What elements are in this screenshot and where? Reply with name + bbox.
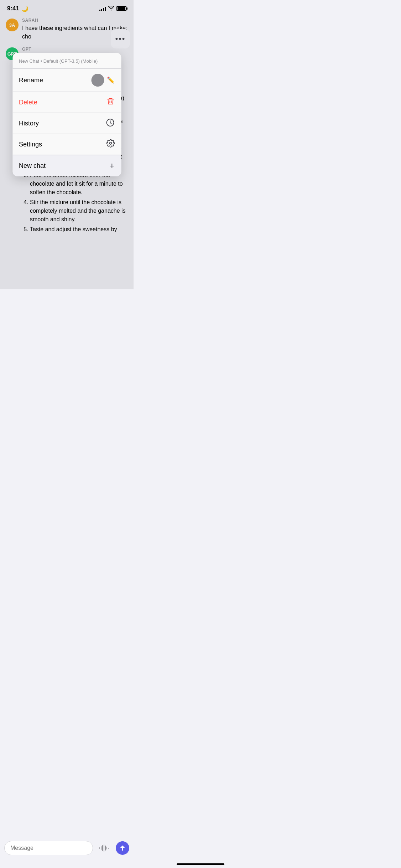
settings-label: Settings — [19, 141, 42, 148]
plus-icon: + — [109, 160, 115, 171]
clock-icon — [105, 118, 115, 129]
svg-point-1 — [109, 142, 111, 144]
menu-item-new-chat[interactable]: New chat + — [12, 155, 121, 176]
menu-header: New Chat • Default (GPT-3.5) (Mobile) — [12, 53, 121, 69]
delete-label: Delete — [19, 99, 37, 106]
edit-icon: ✏️ — [107, 76, 115, 84]
history-label: History — [19, 120, 39, 127]
gear-icon — [106, 139, 115, 150]
menu-item-history[interactable]: History — [12, 113, 121, 134]
menu-item-delete[interactable]: Delete — [12, 92, 121, 113]
rename-toggle[interactable] — [91, 74, 104, 87]
menu-item-rename[interactable]: Rename ✏️ — [12, 69, 121, 92]
menu-item-settings[interactable]: Settings — [12, 134, 121, 155]
new-chat-label: New chat — [19, 162, 46, 170]
three-dot-button[interactable]: ••• — [111, 29, 130, 48]
menu-subtitle: New Chat • Default (GPT-3.5) (Mobile) — [19, 58, 98, 64]
dropdown-menu: New Chat • Default (GPT-3.5) (Mobile) Re… — [12, 53, 121, 176]
trash-icon — [106, 97, 115, 108]
three-dot-icon: ••• — [115, 34, 125, 43]
rename-label: Rename — [19, 77, 43, 84]
